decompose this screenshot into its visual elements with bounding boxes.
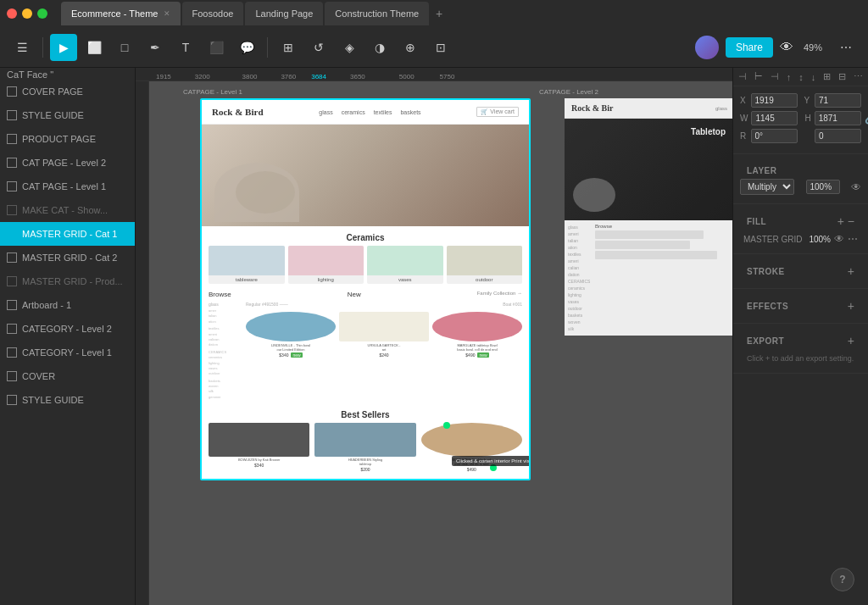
- sidebar-item-master-grid-cat1[interactable]: MASTER GRID - Cat 1: [0, 222, 135, 246]
- sidebar-item-cat-level1[interactable]: CAT PAGE - Level 1: [0, 175, 135, 198]
- preview-button[interactable]: 👁: [780, 40, 793, 55]
- page-preview-main[interactable]: Rock & Bird glass ceramics textiles bask…: [200, 98, 531, 480]
- sidebar-item-artboard[interactable]: Artboard - 1: [0, 293, 135, 317]
- pen-tool[interactable]: ✒: [142, 34, 169, 61]
- comment-tool[interactable]: 💬: [233, 34, 260, 61]
- minimize-button[interactable]: [22, 8, 32, 19]
- sidebar-item-category-level1[interactable]: CATEGORY - Level 1: [0, 341, 135, 364]
- sidebar-item-cover[interactable]: COVER: [0, 364, 135, 388]
- share-button[interactable]: Share: [726, 37, 773, 58]
- sidebar-item-label: CATEGORY - Level 1: [22, 347, 112, 358]
- preview2-nav: Rock & Bir glass: [565, 98, 732, 119]
- sidebar-item-master-grid-cat2[interactable]: MASTER GRID - Cat 2: [0, 246, 135, 269]
- rotation-input[interactable]: [751, 129, 798, 143]
- preview2-hero: Tabletop: [565, 119, 732, 220]
- product-3[interactable]: MARGLAZE tabletop Bowlbasic bowl. roll d…: [432, 312, 522, 358]
- menu-button[interactable]: ☰: [8, 34, 36, 61]
- preview-logo: Rock & Bird: [212, 107, 264, 117]
- close-button[interactable]: [7, 8, 17, 19]
- align-middle-icon[interactable]: ↕: [798, 72, 804, 82]
- lock-ratio-icon[interactable]: 🔗: [865, 113, 868, 125]
- w-input[interactable]: [751, 111, 798, 125]
- effects-add-icon[interactable]: +: [848, 299, 854, 313]
- crop-tool[interactable]: ⊡: [427, 34, 454, 61]
- stroke-section-header[interactable]: STROKE +: [740, 261, 861, 281]
- fill-settings-icon[interactable]: ⋯: [848, 233, 858, 245]
- fill-add-icon[interactable]: +: [837, 214, 844, 228]
- blend-tool[interactable]: ◑: [366, 34, 393, 61]
- frame-tool[interactable]: ⬜: [81, 34, 108, 61]
- x-input[interactable]: [751, 93, 798, 108]
- canvas-area[interactable]: 1915 3200 3800 3760 3684 3650 5000 5750 …: [136, 68, 732, 605]
- component-tool[interactable]: ◈: [336, 34, 363, 61]
- product-1-price: $340new: [246, 352, 336, 358]
- page-preview-secondary[interactable]: Rock & Bir glass Tabletop glassameritali…: [565, 98, 732, 336]
- tab-construction[interactable]: Construction Theme: [325, 2, 429, 25]
- sidebar-item-cat-level2[interactable]: CAT PAGE - Level 2: [0, 151, 135, 175]
- export-section-header[interactable]: EXPORT +: [740, 330, 861, 351]
- cursor-tool[interactable]: ▶: [50, 34, 77, 61]
- tab-ecommerce[interactable]: Ecommerce - Theme ✕: [61, 2, 181, 25]
- grid-item-lighting[interactable]: lighting: [288, 246, 364, 284]
- align-top-icon[interactable]: ↑: [787, 72, 792, 82]
- distribute-v-icon[interactable]: ⊟: [838, 71, 846, 82]
- tab-landing[interactable]: Landing Page: [245, 2, 323, 25]
- preview-hero: [202, 125, 529, 226]
- panel-more-icon[interactable]: ⋯: [854, 71, 863, 82]
- more-button[interactable]: ⋯: [832, 34, 860, 61]
- sidebar-item-label: COVER PAGE: [22, 86, 83, 97]
- tab-close-icon[interactable]: ✕: [164, 9, 170, 18]
- export-add-icon[interactable]: +: [848, 334, 854, 347]
- sidebar-item-style-guide[interactable]: STYLE GUIDE: [0, 103, 135, 127]
- visibility-icon[interactable]: 👁: [851, 181, 861, 193]
- green-dot-1: [443, 422, 450, 429]
- sidebar-item-cover-page[interactable]: COVER PAGE: [0, 80, 135, 103]
- sidebar-item-label: MASTER GRID - Cat 2: [22, 253, 117, 263]
- bs-product-1[interactable]: BOWLEZEN by Kait Brower $340: [209, 423, 309, 472]
- sidebar-item-product-page[interactable]: PRODUCT PAGE: [0, 127, 135, 151]
- opacity-input[interactable]: [806, 180, 840, 194]
- export-header-label: EXPORT: [747, 336, 784, 346]
- fill-name: MASTER GRID: [743, 235, 802, 244]
- fill-section-header[interactable]: FILL + −: [740, 211, 861, 231]
- distribute-h-icon[interactable]: ⊞: [823, 71, 831, 82]
- cart-button[interactable]: 🛒 View cart: [476, 107, 519, 117]
- align-right-icon[interactable]: ⊣: [771, 71, 779, 82]
- fill-subtract-icon[interactable]: −: [848, 214, 854, 228]
- help-button[interactable]: ?: [831, 568, 854, 591]
- grid-item-vases[interactable]: vases: [367, 246, 443, 284]
- blend-mode-dropdown[interactable]: Multiply Normal Screen: [740, 179, 794, 195]
- layout-tool[interactable]: ⊞: [275, 34, 302, 61]
- preview2-hero-label: Tabletop: [691, 127, 726, 136]
- sidebar-item-make-cat[interactable]: MAKE CAT - Show...: [0, 198, 135, 222]
- fill-visibility-icon[interactable]: 👁: [834, 233, 844, 245]
- product-1[interactable]: LINDENVILLE - Thin bowlour Limited Editi…: [246, 312, 336, 358]
- maximize-button[interactable]: [37, 8, 47, 19]
- stroke-add-icon[interactable]: +: [848, 264, 854, 278]
- extra-input[interactable]: [815, 129, 861, 143]
- y-input[interactable]: [815, 93, 861, 108]
- bs-product-2[interactable]: HEADERBEEN Stylingtabletop $200: [314, 423, 415, 472]
- grid-item-tableware[interactable]: tableware: [209, 246, 285, 284]
- h-input[interactable]: [815, 111, 861, 125]
- align-left-icon[interactable]: ⊣: [738, 71, 747, 82]
- sidebar-item-master-grid-prod[interactable]: MASTER GRID - Prod...: [0, 269, 135, 293]
- align-center-icon[interactable]: ⊢: [754, 71, 763, 82]
- boolean-tool[interactable]: ⊕: [397, 34, 424, 61]
- align-bottom-icon[interactable]: ↓: [811, 72, 816, 82]
- new-label: New: [348, 291, 361, 298]
- image-tool[interactable]: ⬛: [203, 34, 230, 61]
- text-tool[interactable]: T: [172, 34, 199, 61]
- sidebar-item-style-guide2[interactable]: STYLE GUIDE: [0, 388, 135, 412]
- toolbar-right: Share 👁 49% ⋯: [695, 34, 860, 61]
- effects-section-header[interactable]: EFFECTS +: [740, 296, 861, 316]
- zoom-level[interactable]: 49%: [800, 42, 826, 53]
- sidebar-item-category-level2[interactable]: CATEGORY - Level 2: [0, 317, 135, 341]
- tab-foosodoe[interactable]: Foosodoe: [182, 2, 244, 25]
- boat-label: Boat #001: [503, 302, 522, 307]
- add-tab-button[interactable]: +: [431, 5, 448, 22]
- grid-item-outdoor[interactable]: outdoor: [447, 246, 523, 284]
- product-2[interactable]: URSULA GARTECK -art $240: [339, 312, 429, 358]
- rotate-tool[interactable]: ↺: [305, 34, 332, 61]
- shape-tool[interactable]: □: [111, 34, 138, 61]
